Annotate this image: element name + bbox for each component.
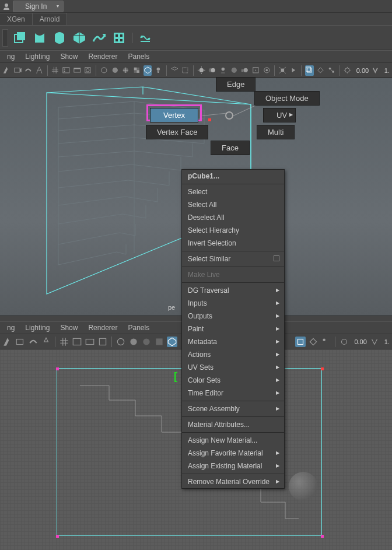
vp2-tb-sel[interactable] (295, 337, 306, 347)
cm-select-similar[interactable]: Select Similar (182, 253, 284, 265)
vp-tb-dof[interactable] (262, 65, 271, 76)
vp2-tb-x1[interactable] (308, 337, 318, 347)
shelf-icon-2[interactable] (32, 30, 48, 46)
mm-vertex-face[interactable]: Vertex Face (146, 125, 208, 139)
cm-assign-existing-material[interactable]: Assign Existing Material (182, 460, 284, 472)
cm-metadata[interactable]: Metadata (182, 335, 284, 348)
mm-face[interactable]: Face (211, 141, 250, 155)
mm-object-mode[interactable]: Object Mode (254, 91, 320, 106)
vp-menu-panels[interactable]: Panels (124, 51, 153, 62)
vp-tb-wire-on-shade[interactable] (121, 65, 130, 76)
vp-tb-gamma[interactable] (371, 65, 380, 76)
shelf-icon-4[interactable] (71, 30, 88, 46)
cm-deselect-all[interactable]: Deselect All (182, 211, 284, 224)
vp-tb-msaa[interactable] (251, 65, 260, 76)
vp-menu-renderer[interactable]: Renderer (85, 51, 121, 62)
vp-tb-icon3[interactable] (24, 65, 33, 76)
shelf-icon-6[interactable] (111, 30, 127, 46)
cm-select-all[interactable]: Select All (182, 198, 284, 211)
vp-tb-isolate[interactable] (278, 65, 287, 76)
vp-tb-icon2[interactable] (13, 65, 22, 76)
vp-tb-texture[interactable] (132, 65, 141, 76)
vp-tb-gate[interactable] (83, 65, 92, 76)
cm-scene-assembly[interactable]: Scene Assembly (182, 402, 284, 415)
cm-actions[interactable]: Actions (182, 348, 284, 361)
cm-outputs[interactable]: Outputs (182, 310, 284, 323)
vp-tb-ao[interactable] (230, 65, 239, 76)
tab-xgen[interactable]: XGen (0, 13, 33, 25)
vp2-tb-gamma[interactable] (369, 337, 380, 347)
cm-dg-traversal[interactable]: DG Traversal (182, 284, 284, 297)
vp2-tb-grid[interactable] (59, 337, 69, 347)
vp2-tb-exp[interactable] (339, 337, 349, 347)
vp2-tb-film[interactable] (72, 337, 82, 347)
vp-tb-shade1[interactable] (100, 65, 108, 76)
cm-select-hierarchy[interactable]: Select Hierarchy (182, 224, 284, 237)
vp2-menu-show[interactable]: Show (57, 323, 81, 333)
vp-tb-xray[interactable] (181, 65, 190, 76)
vp2-tb-1[interactable] (2, 337, 13, 347)
cm-color-sets[interactable]: Color Sets (182, 374, 284, 387)
vp2-tb-bars[interactable] (85, 337, 95, 347)
vp-tb-bars[interactable] (73, 65, 82, 76)
svg-point-0 (5, 3, 8, 7)
shelf-toggle[interactable] (2, 29, 8, 47)
mm-uv[interactable]: UV (263, 108, 296, 122)
vp-tb-sel-highlight[interactable] (305, 65, 314, 76)
shelf-icon-5[interactable] (91, 30, 107, 46)
vp-tb-icon4[interactable] (35, 65, 44, 76)
vp-tb-shadow[interactable] (219, 65, 228, 76)
cm-material-attributes[interactable]: Material Attributes... (182, 418, 284, 431)
vp-menu-lighting[interactable]: Lighting (22, 51, 53, 62)
shelf-icon-1[interactable] (12, 30, 28, 46)
vp-tb-light-use[interactable] (197, 65, 206, 76)
vp2-exposure: 0.00 (354, 338, 366, 345)
cm-uv-sets[interactable]: UV Sets (182, 361, 284, 374)
vp2-tb-s3[interactable] (141, 337, 152, 347)
vp-tb-active[interactable] (144, 65, 152, 76)
vp2-tb-x2[interactable] (321, 337, 331, 347)
cm-assign-favorite-material[interactable]: Assign Favorite Material (182, 447, 284, 460)
cm-select[interactable]: Select (182, 185, 284, 198)
shelf-icon-3[interactable] (51, 30, 68, 46)
cm-assign-new-material[interactable]: Assign New Material... (182, 434, 284, 447)
vp-menu-show[interactable]: Show (57, 51, 81, 62)
vp-tb-xrayj[interactable] (327, 65, 336, 76)
vp-tb-exposure[interactable] (343, 65, 352, 76)
cm-object-name[interactable]: pCube1... (182, 170, 284, 183)
vp2-tb-4[interactable] (41, 337, 51, 347)
vp-tb-lights[interactable] (154, 65, 163, 76)
mm-edge[interactable]: Edge (216, 77, 256, 92)
vp-tb-select-camera[interactable] (2, 65, 11, 76)
vp2-menu-lighting[interactable]: Lighting (22, 323, 53, 333)
vp-tb-shade2[interactable] (111, 65, 120, 76)
vp-tb-film[interactable] (62, 65, 71, 76)
mm-multi[interactable]: Multi (257, 125, 295, 139)
cm-remove-material-override[interactable]: Remove Material Override (182, 475, 284, 488)
cm-invert-selection[interactable]: Invert Selection (182, 237, 284, 250)
tab-arnold[interactable]: Arnold (33, 13, 68, 25)
vp2-menu-panels[interactable]: Panels (124, 323, 153, 333)
vp-menu-shading[interactable]: ng (4, 51, 18, 62)
vp2-menu-shading[interactable]: ng (4, 323, 18, 333)
vp2-tb-s4[interactable] (154, 337, 164, 347)
cm-inputs[interactable]: Inputs (182, 297, 284, 310)
cm-paint[interactable]: Paint (182, 323, 284, 335)
vp2-tb-gate[interactable] (97, 337, 108, 347)
vp2-menu-renderer[interactable]: Renderer (85, 323, 121, 333)
vp-tb-two-tone[interactable] (208, 65, 216, 76)
mm-vertex[interactable]: Vertex (150, 108, 198, 122)
vp2-tb-s1[interactable] (116, 337, 126, 347)
vp2-tb-2[interactable] (15, 337, 26, 347)
vp2-tb-active[interactable] (167, 337, 177, 347)
vp-tb-isolate-arrow[interactable] (289, 65, 298, 76)
cm-time-editor[interactable]: Time Editor (182, 387, 284, 400)
vp-tb-motion[interactable] (240, 65, 249, 76)
vp-tb-grid[interactable] (51, 65, 60, 76)
vp-tb-xray2[interactable] (316, 65, 325, 76)
vp2-tb-3[interactable] (28, 337, 38, 347)
vp-tb-iso[interactable] (170, 65, 179, 76)
signin-dropdown[interactable]: Sign In (13, 1, 64, 12)
shelf-icon-7[interactable] (137, 30, 153, 46)
vp2-tb-s2[interactable] (128, 337, 139, 347)
